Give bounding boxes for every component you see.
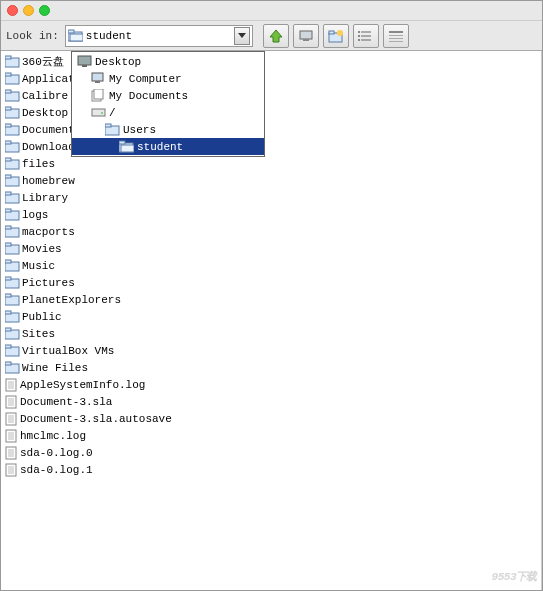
svg-rect-35	[5, 175, 11, 178]
list-item[interactable]: Pictures	[5, 274, 537, 291]
dropdown-item[interactable]: student	[72, 138, 264, 155]
list-item[interactable]: VirtualBox VMs	[5, 342, 537, 359]
dropdown-item[interactable]: Users	[74, 121, 262, 138]
folder-icon	[5, 191, 20, 204]
file-name: PlanetExplorers	[22, 294, 121, 306]
minimize-window-button[interactable]	[23, 5, 34, 16]
dropdown-item[interactable]: /	[74, 104, 262, 121]
list-item[interactable]: macports	[5, 223, 537, 240]
details-view-button[interactable]	[383, 24, 409, 48]
close-window-button[interactable]	[7, 5, 18, 16]
list-item[interactable]: Sites	[5, 325, 537, 342]
file-name: Download	[22, 141, 75, 153]
documents-icon	[91, 89, 106, 102]
file-name: sda-0.log.1	[20, 464, 93, 476]
list-item[interactable]: PlanetExplorers	[5, 291, 537, 308]
svg-rect-90	[92, 73, 103, 81]
svg-rect-99	[119, 141, 125, 144]
svg-rect-17	[389, 35, 403, 36]
desktop-icon	[77, 55, 92, 68]
dropdown-item-label: My Computer	[109, 73, 182, 85]
file-icon	[5, 412, 18, 426]
file-dialog-window: Look in: student 360云盘ApplicatCalibreDes…	[0, 0, 543, 591]
svg-point-95	[101, 112, 103, 114]
file-name: Calibre	[22, 90, 68, 102]
dropdown-item-label: Users	[123, 124, 156, 136]
folder-icon	[5, 310, 20, 323]
svg-point-13	[358, 31, 360, 33]
svg-rect-16	[389, 31, 403, 33]
svg-rect-89	[82, 65, 87, 67]
list-item[interactable]: Music	[5, 257, 537, 274]
folder-icon	[5, 55, 20, 68]
file-icon	[5, 378, 18, 392]
desktop-button[interactable]	[293, 24, 319, 48]
look-in-dropdown[interactable]: DesktopMy ComputerMy Documents/Usersstud…	[71, 51, 265, 157]
look-in-combo[interactable]: student	[65, 25, 253, 47]
file-name: Pictures	[22, 277, 75, 289]
svg-rect-37	[5, 192, 11, 195]
svg-rect-58	[6, 379, 16, 391]
list-item[interactable]: homebrew	[5, 172, 537, 189]
folder-icon	[5, 157, 20, 170]
file-name: Music	[22, 260, 55, 272]
file-name: hmclmc.log	[20, 430, 86, 442]
list-view-button[interactable]	[353, 24, 379, 48]
list-item[interactable]: Library	[5, 189, 537, 206]
file-name: AppleSystemInfo.log	[20, 379, 145, 391]
svg-rect-88	[78, 56, 91, 65]
list-item[interactable]: Document-3.sla	[5, 393, 537, 410]
svg-rect-6	[303, 39, 309, 41]
dropdown-item-label: My Documents	[109, 90, 188, 102]
file-name: homebrew	[22, 175, 75, 187]
svg-rect-19	[389, 41, 403, 42]
up-button[interactable]	[263, 24, 289, 48]
svg-rect-25	[5, 90, 11, 93]
list-item[interactable]: Public	[5, 308, 537, 325]
dropdown-item-label: /	[109, 107, 116, 119]
list-item[interactable]: logs	[5, 206, 537, 223]
dropdown-item[interactable]: Desktop	[74, 53, 262, 70]
list-item[interactable]: files	[5, 155, 537, 172]
svg-rect-68	[6, 413, 16, 425]
dropdown-item[interactable]: My Computer	[74, 70, 262, 87]
file-name: Desktop	[22, 107, 68, 119]
list-item[interactable]: hmclmc.log	[5, 427, 537, 444]
new-folder-button[interactable]	[323, 24, 349, 48]
file-icon	[5, 446, 18, 460]
svg-rect-93	[94, 89, 103, 99]
file-name: Document-3.sla	[20, 396, 112, 408]
titlebar	[1, 1, 542, 21]
svg-rect-57	[5, 362, 11, 365]
svg-marker-3	[238, 33, 246, 38]
file-name: Document-3.sla.autosave	[20, 413, 172, 425]
svg-rect-31	[5, 141, 11, 144]
svg-point-14	[358, 35, 360, 37]
folder-open-icon	[68, 29, 83, 42]
file-name: Wine Files	[22, 362, 88, 374]
file-icon	[5, 395, 18, 409]
maximize-window-button[interactable]	[39, 5, 50, 16]
svg-rect-39	[5, 209, 11, 212]
folder-icon	[5, 123, 20, 136]
dropdown-item[interactable]: My Documents	[74, 87, 262, 104]
svg-rect-21	[5, 56, 11, 59]
folder-icon	[5, 327, 20, 340]
svg-rect-27	[5, 107, 11, 110]
list-item[interactable]: Wine Files	[5, 359, 537, 376]
toolbar: Look in: student	[1, 21, 542, 51]
svg-rect-23	[5, 73, 11, 76]
list-item[interactable]: Document-3.sla.autosave	[5, 410, 537, 427]
file-name: Applicat	[22, 73, 75, 85]
file-name: Sites	[22, 328, 55, 340]
list-item[interactable]: sda-0.log.0	[5, 444, 537, 461]
svg-rect-47	[5, 277, 11, 280]
svg-marker-4	[270, 30, 282, 42]
svg-rect-53	[5, 328, 11, 331]
list-item[interactable]: Movies	[5, 240, 537, 257]
svg-rect-29	[5, 124, 11, 127]
folder-icon	[5, 106, 20, 119]
list-item[interactable]: sda-0.log.1	[5, 461, 537, 478]
list-item[interactable]: AppleSystemInfo.log	[5, 376, 537, 393]
dropdown-toggle[interactable]	[234, 27, 250, 45]
